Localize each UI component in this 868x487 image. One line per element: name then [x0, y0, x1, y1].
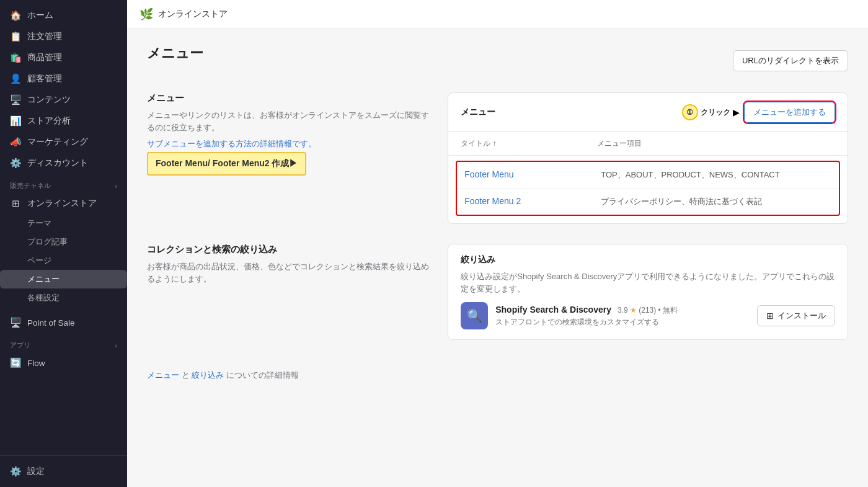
sales-channel-section: 販売チャネル › — [0, 174, 127, 193]
sidebar-item-marketing[interactable]: 📣 マーケティング — [0, 132, 127, 153]
app-desc: ストアフロントでの検索環境をカスタマイズする — [495, 317, 750, 328]
filter-card-heading: 絞り込み — [461, 254, 835, 266]
footer-menu2-items: プライバシーポリシー、特商法に基づく表記 — [601, 196, 831, 207]
store-icon: ⊞ — [10, 198, 21, 209]
customers-icon: 👤 — [10, 73, 21, 84]
filter-description: コレクションと検索の絞り込み お客様が商品の出品状況、価格、色などでコレクション… — [147, 244, 433, 340]
store-topbar-icon: 🌿 — [140, 7, 153, 21]
filter-card: 絞り込み 絞り込み設定がShopify Search & Discoveryアプ… — [448, 244, 848, 340]
sidebar-item-pos[interactable]: 🖥️ Point of Sale — [0, 312, 127, 333]
sidebar-item-online-store[interactable]: ⊞ オンラインストア — [0, 193, 127, 214]
topbar-title: オンラインストア — [158, 9, 228, 20]
filter-footer-link[interactable]: 絞り込み — [192, 370, 224, 380]
topbar: 🌿 オンラインストア — [127, 0, 868, 29]
submenu-link[interactable]: サブメニューを追加する方法の詳細情報です。 — [147, 139, 316, 148]
sidebar-sub-page[interactable]: ページ — [0, 251, 127, 270]
filter-card-inner: 絞り込み 絞り込み設定がShopify Search & Discoveryアプ… — [448, 244, 848, 339]
footer-menu2-link[interactable]: Footer Menu 2 — [464, 196, 601, 207]
sidebar-sub-settings[interactable]: 各種設定 — [0, 288, 127, 307]
install-button[interactable]: ⊞ インストール — [757, 305, 835, 326]
sidebar-item-products[interactable]: 🛍️ 商品管理 — [0, 47, 127, 68]
step-arrow: ▶ — [733, 108, 739, 117]
app-rating-value: 3.9 ★ (213) • 無料 — [618, 306, 678, 315]
filter-heading: コレクションと検索の絞り込み — [147, 244, 433, 256]
sidebar-bottom: ⚙️ 設定 — [0, 455, 127, 487]
sidebar-sub-menu[interactable]: メニュー — [0, 270, 127, 288]
sidebar: 🏠 ホーム 📋 注文管理 🛍️ 商品管理 👤 顧客管理 🖥️ コンテンツ 📊 ス… — [0, 0, 127, 487]
col-items: メニュー項目 — [597, 138, 835, 149]
table-row[interactable]: Footer Menu 2 プライバシーポリシー、特商法に基づく表記 — [457, 189, 839, 215]
page-title: メニュー — [147, 44, 203, 63]
app-row: 🔍 Shopify Search & Discovery 3.9 ★ (213)… — [461, 302, 835, 329]
app-name: Shopify Search & Discovery — [495, 305, 611, 315]
app-icon: 🔍 — [461, 302, 488, 329]
sidebar-item-home[interactable]: 🏠 ホーム — [0, 5, 127, 26]
col-title: タイトル ↑ — [461, 138, 597, 149]
footer-links: メニュー と 絞り込み についての詳細情報 — [147, 360, 848, 386]
footer-menu-link[interactable]: Footer Menu — [464, 169, 601, 181]
star-icon: ★ — [630, 306, 637, 315]
menu-table-header: タイトル ↑ メニュー項目 — [448, 132, 848, 156]
menu-section-desc: メニューやリンクのリストは、お客様がオンラインストアをスムーズに閲覧するのに役立… — [147, 109, 433, 133]
main-content: 🌿 オンラインストア メニュー URLのリダイレクトを表示 メニュー メニューや… — [127, 0, 868, 487]
apps-section: アプリ › — [0, 333, 127, 352]
filter-desc: お客様が商品の出品状況、価格、色などでコレクションと検索結果を絞り込めるようにし… — [147, 261, 433, 285]
menu-table-rows: Footer Menu TOP、ABOUT、PRODUCT、NEWS、CONTA… — [456, 161, 840, 216]
flow-icon: 🔄 — [10, 357, 21, 369]
pos-icon: 🖥️ — [10, 317, 21, 328]
callout-box: Footer Menu/ Footer Menu2 作成▶ — [147, 152, 306, 176]
add-menu-button[interactable]: メニューを追加する — [744, 102, 835, 123]
sidebar-item-discounts[interactable]: ⚙️ ディスカウント — [0, 153, 127, 174]
sidebar-sub-theme[interactable]: テーマ — [0, 214, 127, 233]
menu-section-heading: メニュー — [147, 92, 433, 104]
app-info: Shopify Search & Discovery 3.9 ★ (213) •… — [495, 305, 750, 328]
chevron-right-icon-apps: › — [115, 342, 117, 349]
settings-icon: ⚙️ — [10, 466, 21, 477]
sidebar-item-settings[interactable]: ⚙️ 設定 — [0, 461, 127, 482]
sidebar-sub-blog[interactable]: ブログ記事 — [0, 233, 127, 251]
url-redirect-button[interactable]: URLのリダイレクトを表示 — [733, 50, 848, 71]
sidebar-item-customers[interactable]: 👤 顧客管理 — [0, 68, 127, 89]
sidebar-item-content[interactable]: 🖥️ コンテンツ — [0, 89, 127, 110]
menu-description: メニュー メニューやリンクのリストは、お客様がオンラインストアをスムーズに閲覧す… — [147, 92, 433, 224]
click-label: クリック — [701, 107, 730, 118]
sidebar-item-analytics[interactable]: 📊 ストア分析 — [0, 110, 127, 132]
chevron-right-icon: › — [115, 182, 117, 190]
sidebar-item-orders[interactable]: 📋 注文管理 — [0, 26, 127, 47]
menu-card-header: メニュー ① クリック ▶ メニューを追加する — [448, 93, 848, 132]
step-row: ① クリック ▶ — [682, 104, 739, 120]
filter-card-desc: 絞り込み設定がShopify Search & Discoveryアプリで利用で… — [461, 270, 835, 295]
orders-icon: 📋 — [10, 31, 21, 42]
menu-section: メニュー メニューやリンクのリストは、お客様がオンラインストアをスムーズに閲覧す… — [147, 92, 848, 224]
content-area: メニュー URLのリダイレクトを表示 メニュー メニューやリンクのリストは、お客… — [127, 29, 868, 487]
table-row[interactable]: Footer Menu TOP、ABOUT、PRODUCT、NEWS、CONTA… — [457, 162, 839, 189]
discounts-icon: ⚙️ — [10, 158, 21, 169]
menu-card: メニュー ① クリック ▶ メニューを追加する タイトル ↑ メニュー項目 — [448, 92, 848, 224]
analytics-icon: 📊 — [10, 115, 21, 127]
content-icon: 🖥️ — [10, 94, 21, 105]
footer-menu-items: TOP、ABOUT、PRODUCT、NEWS、CONTACT — [601, 169, 831, 181]
home-icon: 🏠 — [10, 10, 21, 21]
install-icon: ⊞ — [766, 311, 774, 321]
menu-card-title: メニュー — [461, 107, 495, 118]
sidebar-item-flow[interactable]: 🔄 Flow — [0, 352, 127, 373]
step-badge: ① — [682, 104, 698, 120]
products-icon: 🛍️ — [10, 52, 21, 63]
filter-section: コレクションと検索の絞り込み お客様が商品の出品状況、価格、色などでコレクション… — [147, 244, 848, 340]
footer-text: についての詳細情報 — [226, 370, 299, 380]
marketing-icon: 📣 — [10, 136, 21, 148]
menu-footer-link[interactable]: メニュー — [147, 370, 179, 380]
